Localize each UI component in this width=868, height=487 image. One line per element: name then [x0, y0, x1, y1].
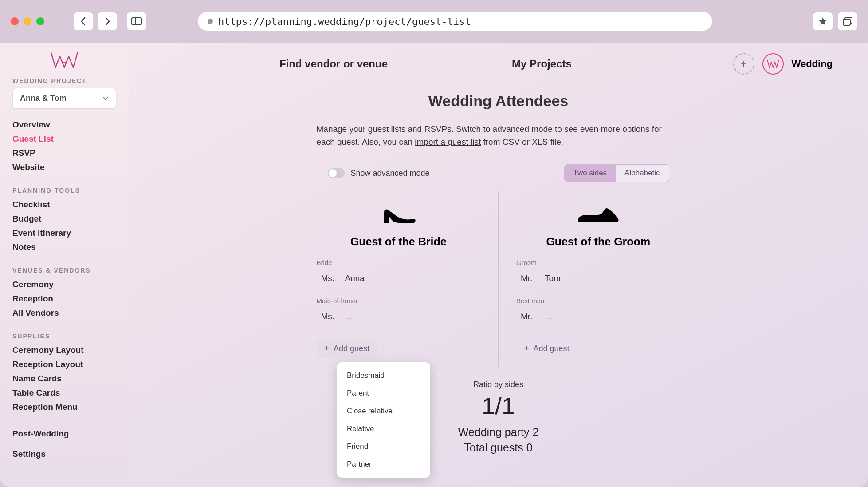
sidebar-item-rsvp[interactable]: RSVP	[12, 146, 116, 160]
maximize-window[interactable]	[36, 17, 44, 25]
chevron-down-icon	[102, 96, 109, 101]
sidebar-item-checklist[interactable]: Checklist	[12, 198, 116, 212]
sidebar-toggle-button[interactable]	[127, 12, 146, 30]
bride-side-title: Guest of the Bride	[317, 235, 481, 248]
total-guests-stat: Total guests 0	[164, 441, 833, 454]
seg-alphabetic[interactable]: Alphabetic	[616, 165, 668, 182]
close-window[interactable]	[11, 17, 19, 25]
seg-two-sides[interactable]: Two sides	[565, 165, 616, 182]
dropdown-option-close-relative[interactable]: Close relative	[337, 402, 430, 420]
advanced-mode-label: Show advanced mode	[351, 169, 430, 178]
app-logo	[47, 50, 82, 71]
ratio-value: 1/1	[164, 392, 833, 420]
plus-icon: +	[325, 344, 330, 353]
supplies-section-label: SUPPLIES	[12, 333, 116, 340]
sidebar-item-notes[interactable]: Notes	[12, 240, 116, 254]
url-text: https://planning.wedding/project/guest-l…	[218, 16, 471, 27]
venues-section-label: VENUES & VENDORS	[12, 267, 116, 274]
sidebar-item-budget[interactable]: Budget	[12, 212, 116, 226]
groom-role-label: Groom	[516, 259, 680, 266]
groom-side: Guest of the Groom Groom Mr. Tom Best ma…	[499, 191, 698, 367]
minimize-window[interactable]	[24, 17, 31, 25]
shoe-icon	[572, 200, 625, 228]
view-mode-segmented: Two sides Alphabetic	[564, 164, 669, 182]
svg-rect-3	[843, 19, 850, 25]
stats-section: Ratio by sides 1/1 Wedding party 2 Total…	[164, 380, 833, 454]
maid-of-honor-label: Maid-of-honor	[317, 297, 481, 305]
advanced-mode-toggle[interactable]	[328, 168, 345, 178]
dropdown-option-bridesmaid[interactable]: Bridesmaid	[337, 367, 430, 384]
sidebar-item-guest-list[interactable]: Guest List	[12, 132, 116, 146]
best-man-input[interactable]: Mr. ...	[516, 308, 680, 325]
current-project-label: Wedding	[792, 58, 833, 70]
sidebar-item-settings[interactable]: Settings	[12, 447, 116, 461]
sidebar-item-table-cards[interactable]: Table Cards	[12, 386, 116, 400]
project-name: Anna & Tom	[20, 94, 67, 103]
best-man-label: Best man	[516, 297, 680, 305]
bride-role-label: Bride	[317, 259, 481, 266]
sidebar-item-all-vendors[interactable]: All Vendors	[12, 306, 116, 320]
page-description: Manage your guest lists and RSVPs. Switc…	[317, 123, 680, 148]
tools-section-label: PLANNING TOOLS	[12, 187, 116, 194]
sidebar-item-reception-layout[interactable]: Reception Layout	[12, 357, 116, 372]
add-guest-bride-button[interactable]: + Add guest	[317, 340, 378, 358]
maid-of-honor-input[interactable]: Ms. ...	[317, 308, 481, 325]
nav-my-projects[interactable]: My Projects	[512, 58, 572, 70]
nav-find-vendor[interactable]: Find vendor or venue	[279, 58, 388, 70]
sidebar: WEDDING PROJECT Anna & Tom OverviewGuest…	[0, 43, 129, 487]
sidebar-item-name-cards[interactable]: Name Cards	[12, 372, 116, 386]
site-indicator-icon	[208, 19, 213, 24]
add-project-button[interactable]: +	[733, 53, 754, 75]
sidebar-item-ceremony[interactable]: Ceremony	[12, 277, 116, 292]
project-selector[interactable]: Anna & Tom	[12, 88, 116, 109]
bride-name-input[interactable]: Ms. Anna	[317, 270, 481, 287]
page-title: Wedding Attendees	[164, 92, 833, 110]
ratio-label: Ratio by sides	[164, 380, 833, 389]
project-section-label: WEDDING PROJECT	[12, 77, 116, 84]
sidebar-item-reception-menu[interactable]: Reception Menu	[12, 400, 116, 414]
window-controls	[11, 17, 44, 25]
dropdown-option-parent[interactable]: Parent	[337, 384, 430, 402]
groom-name-input[interactable]: Mr. Tom	[516, 270, 680, 287]
groom-side-title: Guest of the Groom	[516, 235, 680, 248]
bookmark-button[interactable]	[813, 12, 833, 30]
sidebar-item-website[interactable]: Website	[12, 160, 116, 174]
wedding-party-stat: Wedding party 2	[164, 426, 833, 439]
dropdown-option-friend[interactable]: Friend	[337, 438, 430, 455]
high-heel-icon	[376, 200, 420, 228]
main-content: Find vendor or venue My Projects + Weddi…	[129, 43, 868, 487]
sidebar-item-post-wedding[interactable]: Post-Wedding	[12, 427, 116, 441]
top-nav: Find vendor or venue My Projects + Weddi…	[164, 53, 833, 75]
sidebar-item-reception[interactable]: Reception	[12, 292, 116, 306]
forward-button[interactable]	[98, 12, 117, 30]
sidebar-item-overview[interactable]: Overview	[12, 118, 116, 132]
svg-rect-0	[132, 18, 141, 25]
add-guest-groom-button[interactable]: + Add guest	[516, 340, 577, 358]
back-button[interactable]	[74, 12, 93, 30]
controls-row: Show advanced mode Two sides Alphabetic	[328, 164, 669, 182]
url-bar[interactable]: https://planning.wedding/project/guest-l…	[198, 12, 712, 31]
import-link[interactable]: import a guest list	[415, 137, 481, 146]
nav-button-group	[74, 12, 117, 30]
plus-icon: +	[524, 344, 529, 353]
sidebar-item-ceremony-layout[interactable]: Ceremony Layout	[12, 343, 116, 357]
tabs-button[interactable]	[838, 12, 857, 30]
dropdown-option-partner[interactable]: Partner	[337, 455, 430, 473]
dropdown-option-relative[interactable]: Relative	[337, 420, 430, 438]
browser-titlebar: https://planning.wedding/project/guest-l…	[0, 0, 868, 43]
sidebar-item-event-itinerary[interactable]: Event Itinerary	[12, 226, 116, 240]
project-badge[interactable]	[762, 53, 784, 75]
bride-side: Guest of the Bride Bride Ms. Anna Maid-o…	[299, 191, 499, 367]
guest-type-dropdown: BridesmaidParentClose relativeRelativeFr…	[337, 362, 430, 478]
